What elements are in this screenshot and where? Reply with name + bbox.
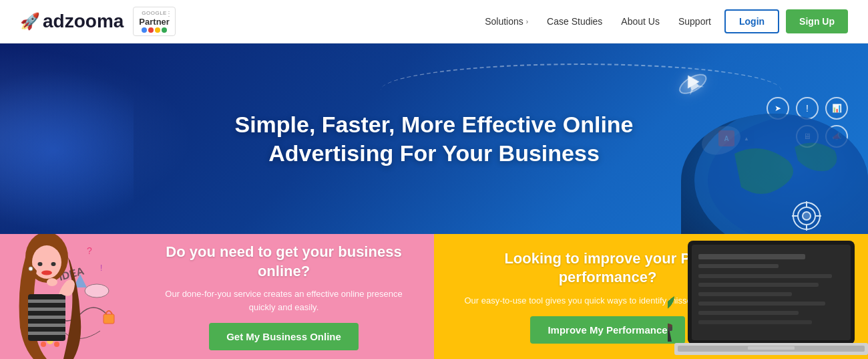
google-color-dots	[142, 27, 167, 33]
svg-rect-39	[28, 332, 65, 335]
chevron-down-icon: ›	[526, 18, 528, 25]
get-business-online-button[interactable]: Get My Business Online	[209, 323, 359, 350]
svg-rect-56	[748, 346, 795, 350]
nav-solutions[interactable]: Solutions ›	[485, 16, 528, 27]
logo-rocket-icon: 🚀	[20, 12, 40, 31]
earth-globe	[681, 114, 868, 234]
navbar-buttons: Login Sign Up	[724, 9, 848, 33]
nav-support[interactable]: Support	[678, 16, 711, 27]
navbar: 🚀 adzooma ⋮ Google Partner Solutions › C…	[0, 0, 868, 43]
svg-point-40	[47, 278, 57, 286]
panel-left: No IDEA ? ? !	[0, 234, 434, 359]
hero-title: Simple, Faster, More Effective Online Ad…	[234, 110, 633, 167]
logo-name: adzooma	[43, 11, 124, 32]
laptop	[674, 237, 868, 359]
panel-left-image: No IDEA ? ? !	[0, 234, 147, 359]
login-button[interactable]: Login	[724, 9, 779, 33]
bottom-panels: No IDEA ? ? !	[0, 234, 868, 359]
panel-right-image	[668, 234, 868, 359]
logo: 🚀 adzooma	[20, 11, 124, 32]
svg-point-30	[41, 271, 52, 275]
svg-rect-49	[698, 283, 819, 287]
svg-rect-37	[28, 316, 65, 319]
panel-left-content: Do you need to get your business online?…	[147, 234, 434, 359]
svg-rect-36	[28, 308, 65, 311]
hero-title-line2: Advertising For Your Business	[268, 140, 600, 166]
woman-silhouette	[0, 234, 120, 359]
svg-rect-46	[698, 254, 805, 259]
target-icon	[792, 201, 821, 231]
badge-google-text: Google	[142, 10, 167, 17]
panel-right: Looking to improve your PPC performance?…	[434, 234, 868, 359]
dot-blue	[142, 27, 147, 33]
nav-about-us[interactable]: About Us	[621, 16, 660, 27]
svg-rect-52	[698, 311, 799, 315]
svg-rect-50	[698, 292, 792, 296]
main-nav: Solutions › Case Studies About Us Suppor…	[485, 16, 711, 27]
signup-button[interactable]: Sign Up	[786, 9, 848, 33]
badge-dots: ⋮	[166, 10, 172, 18]
plant	[668, 289, 681, 346]
svg-rect-35	[28, 300, 65, 303]
svg-rect-51	[698, 302, 825, 306]
dot-yellow	[155, 27, 160, 33]
dot-green	[162, 27, 167, 33]
svg-rect-38	[28, 324, 65, 327]
globe-glow	[0, 64, 134, 234]
svg-point-9	[803, 212, 811, 220]
google-partner-badge: ⋮ Google Partner	[133, 7, 176, 36]
hero-title-line1: Simple, Faster, More Effective Online	[234, 112, 633, 137]
improve-my-performance-button[interactable]: Improve My Performance	[530, 316, 684, 344]
nav-solutions-label: Solutions	[485, 16, 523, 27]
svg-rect-47	[698, 264, 779, 268]
svg-point-32	[51, 262, 56, 266]
dot-red	[148, 27, 154, 33]
svg-rect-48	[698, 274, 832, 278]
svg-point-31	[38, 262, 43, 266]
rocket-icon	[669, 62, 720, 110]
hero-section: ➤ ! 📊 🖥 📣 A ▲	[0, 43, 868, 234]
svg-point-33	[29, 267, 33, 271]
panel-left-heading: Do you need to get your business online?	[154, 243, 414, 281]
svg-rect-53	[698, 320, 812, 324]
panel-left-subtext: Our done-for-you service creates an effe…	[154, 287, 414, 314]
logo-area: 🚀 adzooma ⋮ Google Partner	[20, 7, 176, 36]
nav-case-studies[interactable]: Case Studies	[547, 16, 602, 27]
